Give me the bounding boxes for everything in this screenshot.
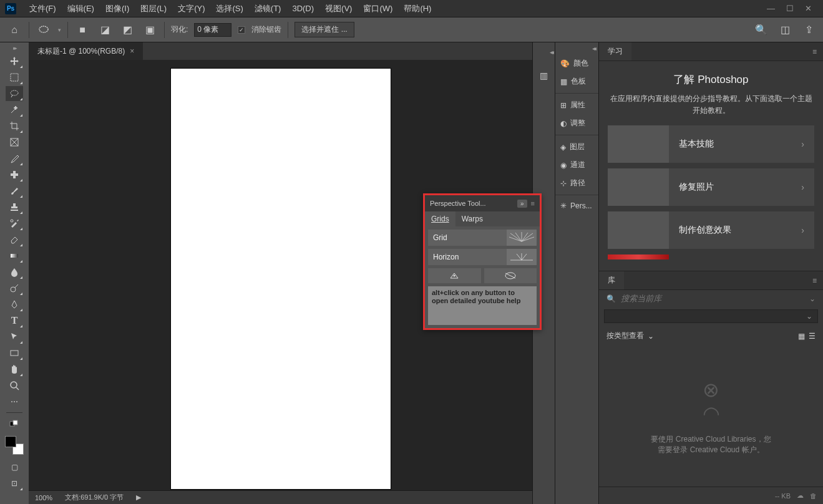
rectangle-tool[interactable] [6,346,23,361]
panel-adjustments[interactable]: ◐调整 [555,114,598,132]
feather-input[interactable] [194,23,231,37]
perspective-action-2[interactable] [484,268,537,283]
intersect-selection-icon[interactable]: ▣ [142,22,158,38]
menu-image[interactable]: 图像(I) [100,3,135,14]
menu-edit[interactable]: 编辑(E) [62,3,100,14]
subtract-selection-icon[interactable]: ◩ [119,22,135,38]
crop-tool[interactable] [6,119,23,133]
library-search-input[interactable] [621,294,804,303]
collapse-panel-icon[interactable]: » [517,200,527,208]
minimize-button[interactable]: — [767,4,775,13]
marquee-tool[interactable] [6,70,23,85]
menu-layer[interactable]: 图层(L) [135,3,172,14]
panel-properties[interactable]: ⊞属性 [555,96,598,114]
panel-menu-icon[interactable]: ≡ [531,200,535,207]
edit-toolbar[interactable]: ⋯ [6,394,23,409]
history-brush-tool[interactable] [6,216,23,231]
svg-rect-12 [13,420,17,425]
tutorial-retouch[interactable]: 修复照片 › [608,168,814,206]
dodge-tool[interactable] [6,281,23,296]
blur-tool[interactable] [6,264,23,279]
list-view-icon[interactable]: ☰ [809,332,816,341]
toolbar-collapse[interactable]: ▸▸ [13,45,16,51]
panel-menu-icon[interactable]: ≡ [806,47,823,56]
panel-paths[interactable]: ⊹路径 [555,174,598,192]
menu-select[interactable]: 选择(S) [210,3,248,14]
eyedropper-tool[interactable] [6,151,23,166]
panel-menu-icon[interactable]: ≡ [806,276,823,285]
warps-tab[interactable]: Warps [455,211,489,226]
pen-tool[interactable] [6,297,23,312]
svg-line-19 [522,237,534,241]
perspective-tools-panel[interactable]: Perspective Tool... » ≡ Grids Warps Grid… [423,193,542,330]
lasso-tool[interactable] [6,86,23,101]
gradient-tool[interactable] [6,248,23,263]
maximize-button[interactable]: ☐ [786,4,794,13]
select-and-mask-button[interactable]: 选择并遮住 ... [295,22,354,37]
chevron-down-icon[interactable]: ⌄ [809,294,816,303]
stamp-tool[interactable] [6,200,23,215]
panel-layers[interactable]: ◈图层 [555,138,598,156]
learn-tab[interactable]: 学习 [599,42,631,61]
menu-file[interactable]: 文件(F) [24,3,62,14]
menu-type[interactable]: 文字(Y) [172,3,210,14]
eraser-tool[interactable] [6,232,23,247]
menu-filter[interactable]: 滤镜(T) [249,3,287,14]
path-select-tool[interactable] [6,329,23,344]
strip-collapse[interactable]: ◂◂ [550,49,552,56]
library-dropdown[interactable]: ⌄ [604,309,818,323]
canvas[interactable] [171,69,391,489]
panel-channels[interactable]: ◉通道 [555,156,598,174]
home-icon[interactable]: ⌂ [6,22,22,38]
default-colors-icon[interactable] [6,416,23,431]
type-tool[interactable]: T [6,313,23,328]
horizon-button[interactable]: Horizon [428,249,537,265]
close-tab-icon[interactable]: × [130,47,134,56]
move-tool[interactable] [6,54,23,69]
panel-icons-column: ◂◂ 🎨颜色 ▦色板 ⊞属性 ◐调整 ◈图层 ◉通道 ⊹路径 ✳Pers... [555,42,598,504]
hand-tool[interactable] [6,362,23,377]
cloud-sync-icon[interactable]: ☁ [797,492,804,500]
frame-tool[interactable] [6,135,23,150]
document-tab[interactable]: 未标题-1 @ 100%(RGB/8) × [29,42,143,60]
menu-window[interactable]: 窗口(W) [358,3,398,14]
menu-help[interactable]: 帮助(H) [398,3,437,14]
grid-view-icon[interactable]: ▦ [798,332,805,341]
library-view-mode[interactable]: 按类型查看 ⌄ ▦ ☰ [599,326,823,346]
zoom-level[interactable]: 100% [35,494,52,502]
perspective-icon: ✳ [560,201,567,210]
adjustments-icon: ◐ [560,119,567,128]
trash-icon[interactable]: 🗑 [810,492,817,500]
magic-wand-tool[interactable] [6,102,23,117]
brush-tool[interactable] [6,183,23,198]
grids-tab[interactable]: Grids [425,211,455,226]
lasso-tool-icon[interactable] [36,22,52,38]
new-selection-icon[interactable]: ■ [74,22,90,38]
screen-mode-icon[interactable]: ⊡ [6,476,23,491]
panel-perspective[interactable]: ✳Pers... [555,198,598,214]
tutorial-basics[interactable]: 基本技能 › [608,125,814,163]
color-swatch[interactable] [5,436,24,455]
quick-mask-icon[interactable]: ▢ [6,460,23,475]
status-arrow-icon[interactable]: ▶ [136,493,141,502]
strip-icon-1[interactable]: ▥ [537,68,552,83]
panel-swatches[interactable]: ▦色板 [555,72,598,90]
tutorial-thumb-2 [608,168,669,206]
menu-3d[interactable]: 3D(D) [286,4,319,13]
panel-color[interactable]: 🎨颜色 [555,54,598,72]
antialias-checkbox[interactable]: ✓ [238,26,245,34]
library-tab[interactable]: 库 [599,271,624,289]
grid-button[interactable]: Grid [428,230,537,246]
workspace-icon[interactable]: ◫ [777,22,793,38]
add-selection-icon[interactable]: ◪ [97,22,113,38]
perspective-action-1[interactable] [428,268,481,283]
search-icon[interactable]: 🔍 [753,22,769,38]
panelcol-collapse[interactable]: ◂◂ [592,45,595,52]
zoom-tool[interactable] [6,378,23,393]
tutorial-creative[interactable]: 制作创意效果 › [608,211,814,249]
menu-view[interactable]: 视图(V) [319,3,358,14]
share-icon[interactable]: ⇪ [801,22,817,38]
healing-tool[interactable] [6,167,23,182]
close-button[interactable]: ✕ [805,4,812,13]
doc-info[interactable]: 文档:691.9K/0 字节 [65,493,124,502]
